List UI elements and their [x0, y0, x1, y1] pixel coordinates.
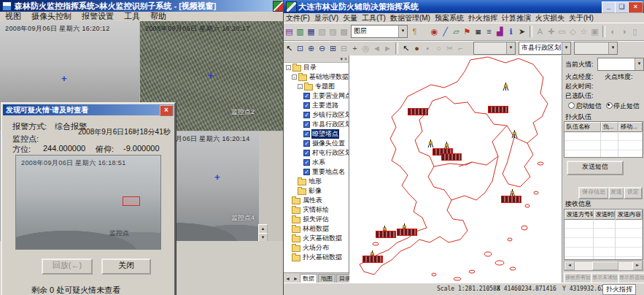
gis-menu-item-4[interactable]: 数据管理(M) — [388, 13, 432, 23]
column-header-2[interactable]: 发送内容 — [616, 210, 643, 219]
layer-checkbox[interactable]: ✓ — [303, 112, 310, 118]
pointer-tool-icon[interactable]: ➤ — [516, 26, 527, 38]
panel-close-icon[interactable]: ▾ × — [340, 56, 347, 61]
layer-checkbox[interactable]: ✓ — [303, 102, 310, 109]
tree-item-1[interactable]: -基础地理数据 — [284, 72, 349, 82]
stop-sms-label[interactable]: 停止短信 — [613, 101, 640, 111]
map-canvas[interactable] — [349, 55, 562, 283]
gis-menu-item-0[interactable]: 文件(F) — [284, 13, 312, 23]
identify-icon[interactable]: ¶ — [409, 26, 420, 38]
minimize-icon[interactable]: _ — [602, 1, 616, 13]
monitor-point-map-label[interactable] — [397, 229, 417, 236]
stop-sms-radio[interactable] — [606, 102, 613, 109]
monitor-point-map-label[interactable] — [408, 108, 428, 115]
start-sms-radio[interactable] — [568, 102, 575, 109]
monitor-point-map-label[interactable] — [441, 153, 462, 161]
gis-menu-item-9[interactable]: 关于(H) — [567, 13, 596, 23]
statistics-icon[interactable]: ▟ — [494, 26, 505, 38]
dropdown-arrow-icon[interactable]: ▼ — [635, 58, 643, 70]
tree-item-9[interactable]: ✓村屯行政区划 — [284, 148, 349, 158]
layer-checkbox[interactable]: ✓ — [303, 121, 310, 128]
close-icon[interactable]: × — [628, 1, 643, 13]
full-extent-icon[interactable]: ⊞ — [327, 42, 338, 55]
video-menu-item-3[interactable]: 工具 — [119, 12, 145, 21]
tree-item-15[interactable]: 灾情标绘 — [284, 205, 349, 215]
polygon-icon[interactable]: ▱ — [451, 26, 462, 38]
district-combo[interactable]: 市县行政区划▼ — [519, 42, 571, 55]
video-menu-item-1[interactable]: 摄像头控制 — [26, 12, 77, 21]
vertex-icon[interactable]: ● — [411, 42, 422, 55]
layer-checkbox[interactable]: ✓ — [303, 169, 310, 175]
send-sms-button[interactable]: 发送短信 — [567, 161, 624, 175]
gis-menu-item-2[interactable]: 矢量 — [341, 13, 360, 23]
column-header-1[interactable]: 负... — [601, 122, 618, 131]
tree-item-0[interactable]: -目录 — [284, 63, 349, 72]
tree-item-16[interactable]: 损失评估 — [284, 215, 349, 224]
monitor-point-map-label[interactable] — [488, 106, 508, 113]
edit-pointer-icon[interactable]: ↖ — [400, 42, 411, 55]
info-icon[interactable]: ℹ — [505, 26, 516, 38]
tree-item-10[interactable]: ✓水系 — [284, 158, 349, 167]
polyline-icon[interactable]: ╱ — [440, 26, 451, 38]
tree-item-14[interactable]: 属性表 — [284, 196, 349, 205]
layer-combo[interactable]: 图层▼ — [351, 25, 408, 38]
dropdown-arrow-icon[interactable]: ▼ — [398, 26, 407, 37]
video-menu-item-4[interactable]: 帮助 — [145, 12, 171, 21]
tab-fire-command[interactable]: 扑火指挥 — [602, 284, 636, 295]
gis-menu-item-8[interactable]: 火灾损失 — [533, 13, 567, 23]
camera-icon[interactable]: ◙ — [473, 26, 484, 38]
table-body[interactable] — [565, 219, 643, 259]
column-header-1[interactable]: 发送时间 — [594, 210, 616, 219]
layer-checkbox[interactable]: ✓ — [303, 93, 310, 99]
table-body[interactable] — [565, 131, 643, 157]
restore-icon[interactable]: ❏ — [615, 1, 629, 13]
teams-table[interactable]: 队伍名称负...移动... — [564, 121, 643, 158]
video-menu-item-2[interactable]: 报警设置 — [77, 12, 119, 21]
gis-menu-item-7[interactable]: 计算推演 — [500, 13, 533, 23]
dropdown-arrow-icon[interactable]: ▼ — [562, 42, 570, 54]
scrollbar-thumb[interactable] — [592, 261, 618, 270]
tree-item-8[interactable]: ✓摄像头位置 — [284, 139, 349, 148]
tree-item-6[interactable]: ✓市县行政区划 — [284, 120, 349, 129]
gis-menu-item-1[interactable]: 显示(V) — [312, 13, 341, 23]
open-map-icon[interactable]: ▥ — [295, 26, 306, 38]
tree-item-20[interactable]: 扑火基础数据 — [284, 253, 349, 262]
layer-checkbox[interactable]: ✓ — [303, 159, 310, 166]
close-icon[interactable]: × — [160, 105, 173, 116]
monitor-point-map-label[interactable] — [362, 256, 383, 263]
layer-checkbox[interactable]: ✓ — [303, 150, 310, 156]
received-table-hscrollbar[interactable]: ◄ ► — [564, 261, 643, 271]
flag-icon[interactable]: ⚑ — [462, 26, 473, 38]
tree-item-4[interactable]: ✓主要道路 — [284, 101, 349, 110]
tree-item-7[interactable]: ✓瞭望塔点 — [284, 129, 349, 139]
pan-icon[interactable]: + — [349, 42, 360, 55]
collapse-icon[interactable]: - — [286, 65, 291, 70]
zoom-in-icon[interactable]: ⊕ — [306, 42, 317, 55]
add-data-icon[interactable]: ▤ — [284, 26, 295, 38]
current-fire-combo[interactable]: ▼ — [597, 58, 644, 71]
monitor-point-map-label[interactable] — [376, 231, 396, 238]
column-header-0[interactable]: 发送方号码 — [565, 210, 594, 219]
column-header-0[interactable]: 队伍名称 — [565, 122, 601, 131]
collapse-icon[interactable]: - — [298, 84, 303, 89]
gis-menu-item-6[interactable]: 扑火指挥 — [466, 13, 500, 23]
tree-item-13[interactable]: 影像 — [284, 186, 349, 196]
zoom-window-icon[interactable]: ⊡ — [295, 42, 306, 55]
collapse-icon[interactable]: - — [292, 74, 297, 80]
tree-item-19[interactable]: 火场分布 — [284, 243, 349, 253]
close-dialog-button[interactable]: 关闭 — [101, 258, 151, 275]
tree-item-2[interactable]: -专题图 — [284, 82, 349, 91]
layer-list-icon[interactable]: ≡ — [484, 26, 494, 38]
select-icon[interactable]: ↖ — [284, 42, 295, 55]
received-sms-table[interactable]: 发送方号码发送时间发送内容 — [564, 209, 643, 260]
start-sms-label[interactable]: 启动短信 — [575, 101, 602, 111]
tree-item-17[interactable]: 林相数据 — [284, 224, 349, 234]
desktop-shortcut-icon[interactable] — [273, 1, 284, 12]
column-header-2[interactable]: 移动... — [618, 122, 643, 131]
zoom-out-icon[interactable]: ⊖ — [317, 42, 327, 55]
monitor-point-map-label[interactable] — [501, 196, 521, 203]
layer-checkbox[interactable]: ✓ — [303, 140, 310, 147]
save-map-icon[interactable]: ▦ — [306, 26, 317, 38]
tree-item-3[interactable]: ✓主要营业网点 — [284, 91, 349, 101]
tree-item-11[interactable]: ✓重要地点名 — [284, 167, 349, 177]
